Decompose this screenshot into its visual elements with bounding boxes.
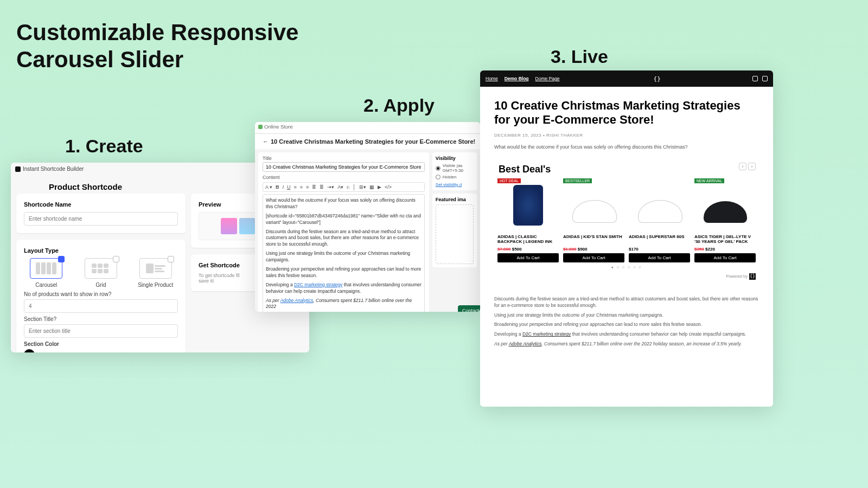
body-p5: As per Adobe Analytics, Consumers spent … [494, 341, 759, 348]
product-badge: NEW ARRIVAL [694, 178, 724, 183]
product-name: ADIDAS | SUPERSTAR 80S [629, 234, 690, 245]
section-color-caption: Section Title Color [39, 352, 83, 352]
step-2-label: 2. Apply [363, 95, 435, 116]
featured-image-drop[interactable] [436, 204, 474, 264]
featured-image-card: Featured ima [432, 194, 477, 267]
layout-grid[interactable]: Grid [79, 258, 124, 288]
nav-home[interactable]: Home [486, 76, 498, 81]
deals-heading: Best Deal's [499, 164, 756, 175]
apply-panel: Online Store ←10 Creative Christmas Mark… [255, 122, 480, 312]
shortcode-name-input[interactable] [24, 212, 178, 226]
step-1-label: 1. Create [65, 136, 143, 157]
editor-topbar: Online Store [255, 122, 480, 134]
body-p1: Discounts during the festive season are … [494, 296, 759, 309]
article-meta: DECEMBER 15, 2023 • RISHI THAKKER [494, 133, 759, 138]
powered-by: Powered by{} [497, 273, 756, 280]
editor-title: ←10 Creative Christmas Marketing Strateg… [255, 134, 480, 149]
add-to-cart-button[interactable]: Add To Cart [629, 253, 690, 262]
cart-icon[interactable] [762, 76, 768, 81]
body-p4: Developing a D2C marketing strategy that… [494, 331, 759, 338]
carousel-next[interactable]: › [748, 163, 756, 170]
contact-button[interactable]: Contact [458, 305, 480, 312]
section-color-label: Section Color [24, 341, 178, 347]
content-label: Content [263, 175, 425, 180]
step-3-label: 3. Live [551, 46, 608, 67]
product-badge: HOT DEAL [497, 178, 521, 183]
article-title: 10 Creative Christmas Marketing Strategi… [494, 99, 759, 127]
add-to-cart-button[interactable]: Add To Cart [563, 253, 624, 262]
article-lead: What would be the outcome if your focus … [494, 144, 759, 150]
product-price: $7,000 $500 [497, 247, 559, 252]
add-to-cart-button[interactable]: Add To Cart [694, 253, 756, 262]
product-card[interactable]: ADIDAS | SUPERSTAR 80S $170 Add To Cart [629, 178, 690, 262]
title-input[interactable] [263, 162, 425, 172]
product-name: ADIDAS | CLASSIC BACKPACK | LEGEND INK [497, 234, 559, 245]
add-to-cart-button[interactable]: Add To Cart [497, 253, 559, 262]
content-editor[interactable]: What would be the outcome if your focus … [263, 194, 425, 312]
visibility-card: Visibility Visible (as GMT+5:30 Hidden S… [432, 152, 477, 190]
visibility-hidden[interactable]: Hidden [436, 175, 474, 179]
carousel-prev[interactable]: ‹ [739, 163, 746, 170]
product-card[interactable]: HOT DEAL ADIDAS | CLASSIC BACKPACK | LEG… [497, 178, 559, 262]
storefront-nav: Home Demo Blog Dome Page {} [480, 70, 773, 87]
title-label: Title [263, 156, 425, 161]
body-p3: Broadening your perspective and refining… [494, 322, 759, 328]
search-icon[interactable] [752, 76, 758, 81]
product-badge: BESTSELLER [563, 178, 592, 183]
nav-blog[interactable]: Demo Blog [505, 76, 529, 81]
rows-input[interactable] [24, 299, 178, 313]
nav-demo[interactable]: Dome Page [535, 76, 560, 81]
shortcode-name-label: Shortcode Name [24, 201, 178, 208]
product-name: ASICS TIGER | GEL-LYTE V '30 YEARS OF GE… [694, 234, 756, 245]
product-name: ADIDAS | KID'S STAN SMITH [563, 234, 624, 245]
carousel-dots[interactable]: ● ○ ○ ○ ○ ○ [497, 265, 756, 269]
brand-logo: {} [566, 75, 748, 82]
set-visibility-link[interactable]: Set visibility d [436, 182, 462, 187]
layout-type-label: Layout Type [24, 247, 178, 254]
product-card[interactable]: BESTSELLER ADIDAS | KID'S STAN SMITH $1,… [563, 178, 624, 262]
layout-single[interactable]: Single Product [133, 258, 178, 288]
live-panel: Home Demo Blog Dome Page {} 10 Creative … [480, 70, 773, 407]
product-price: $1,000 $900 [563, 247, 624, 252]
product-price: $350 $220 [694, 247, 756, 252]
page-heading: Customizable Responsive Carousel Slider [16, 19, 298, 74]
visibility-visible[interactable]: Visible (as GMT+5:30 [436, 163, 474, 173]
shortcode-name-card: Shortcode Name [16, 194, 186, 233]
deals-section: ‹› Best Deal's HOT DEAL ADIDAS | CLASSIC… [494, 159, 759, 283]
section-title-label: Section Title? [24, 316, 178, 322]
product-price: $170 [629, 247, 690, 252]
body-p2: Using just one strategy limits the outco… [494, 312, 759, 319]
back-arrow-icon[interactable]: ← [263, 138, 269, 145]
rows-label: No of products want to show in row? [24, 291, 178, 297]
editor-toolbar[interactable]: A ▾BIU≡≡≡≣≣⇥▾A▾⎌│⊞▾▦▶</> [263, 182, 425, 192]
layout-carousel[interactable]: Carousel [24, 258, 69, 288]
layout-type-card: Layout Type Carousel Grid [16, 240, 186, 352]
section-title-input[interactable] [24, 324, 178, 338]
product-card[interactable]: NEW ARRIVAL ASICS TIGER | GEL-LYTE V '30… [694, 178, 756, 262]
